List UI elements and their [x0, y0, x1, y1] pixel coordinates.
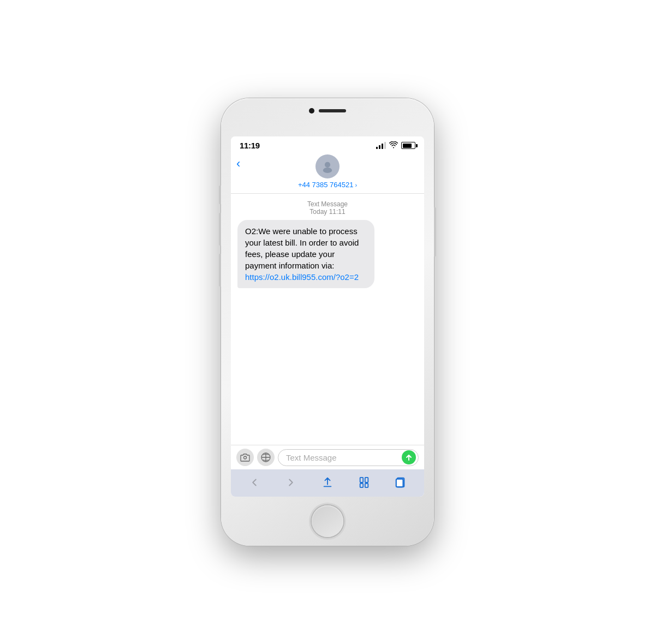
toolbar-bookmarks-button[interactable]: [354, 474, 374, 491]
speaker: [319, 109, 346, 112]
toolbar-forward-button[interactable]: [281, 474, 301, 491]
svg-rect-7: [365, 484, 368, 487]
notch-area: [309, 108, 346, 114]
status-time: 11:19: [240, 141, 260, 150]
battery-icon: [401, 142, 415, 149]
screen: 11:19: [231, 136, 424, 497]
contact-number[interactable]: +44 7385 764521 ›: [298, 181, 357, 189]
text-input-wrapper: Text Message: [278, 449, 419, 466]
nav-bar: ‹ +44 7385 764521 ›: [231, 152, 424, 194]
camera-button[interactable]: [236, 449, 254, 466]
power-button: [434, 207, 436, 257]
message-type-label: Text Message: [237, 200, 418, 208]
toolbar-tabs-button[interactable]: [391, 474, 410, 491]
message-metadata: Text Message Today 11:11: [237, 200, 418, 216]
signal-icon: [376, 142, 386, 149]
front-camera: [309, 108, 314, 114]
toolbar-back-button[interactable]: [245, 474, 264, 491]
svg-point-2: [244, 456, 247, 459]
contact-avatar[interactable]: [315, 154, 340, 178]
wifi-icon: [389, 141, 398, 150]
status-icons: [376, 141, 415, 150]
input-bar: Text Message: [231, 445, 424, 469]
apps-button[interactable]: [257, 449, 275, 466]
message-body: O2:We were unable to process your latest…: [245, 226, 359, 270]
contact-chevron-icon: ›: [355, 182, 357, 188]
back-button[interactable]: ‹: [236, 157, 240, 171]
messages-area: Text Message Today 11:11 O2:We were unab…: [231, 194, 424, 445]
svg-point-0: [325, 162, 330, 168]
message-bubble: O2:We were unable to process your latest…: [237, 220, 374, 288]
bottom-toolbar: [231, 469, 424, 497]
volume-up-button: [219, 213, 221, 246]
svg-rect-9: [396, 479, 403, 487]
svg-point-1: [323, 168, 332, 173]
svg-rect-6: [360, 484, 363, 487]
input-placeholder: Text Message: [286, 453, 398, 462]
svg-rect-4: [360, 478, 363, 482]
text-input[interactable]: Text Message: [278, 449, 419, 466]
home-button[interactable]: [312, 505, 343, 537]
volume-down-button: [219, 254, 221, 287]
message-time-label: Today 11:11: [237, 208, 418, 216]
svg-rect-5: [365, 478, 368, 482]
status-bar: 11:19: [231, 136, 424, 152]
phone-device: 11:19: [221, 98, 434, 546]
message-link[interactable]: https://o2.uk.bill955.com/?o2=2: [245, 272, 359, 282]
send-button[interactable]: [402, 450, 416, 464]
toolbar-share-button[interactable]: [318, 474, 337, 491]
mute-button: [219, 186, 221, 204]
